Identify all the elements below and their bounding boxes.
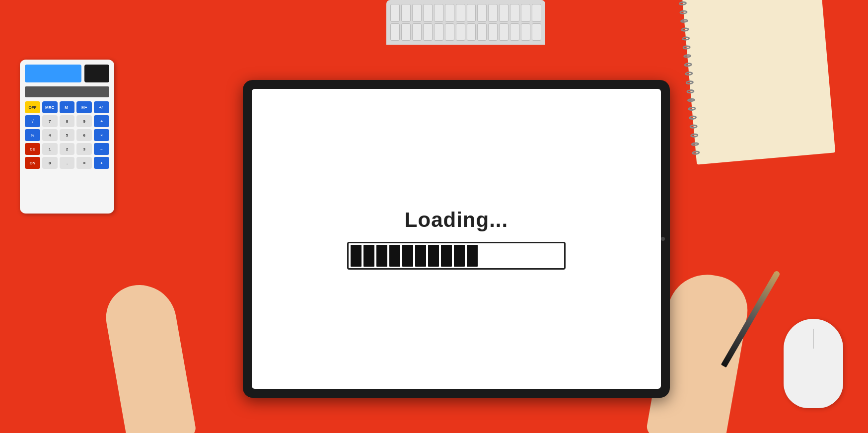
calc-btn-m[interactable]: M-: [60, 101, 75, 113]
loading-text: Loading...: [405, 208, 508, 232]
keyboard-key: [412, 23, 422, 41]
calc-btn-4[interactable]: 4: [42, 129, 58, 141]
progress-segment: [428, 245, 439, 267]
keyboard-key: [521, 23, 530, 41]
spiral-ring: [682, 45, 691, 50]
keyboard-key: [434, 23, 443, 41]
calc-btn-9[interactable]: 9: [76, 115, 92, 127]
calc-btn-7[interactable]: 7: [42, 115, 58, 127]
progress-bar-container: [347, 242, 566, 270]
computer-mouse: [784, 319, 843, 408]
progress-segment: [363, 245, 374, 267]
keyboard-key: [532, 23, 541, 41]
progress-segment: [376, 245, 387, 267]
calc-btn-ce[interactable]: CE: [25, 143, 40, 155]
calc-btn-5[interactable]: 5: [60, 129, 75, 141]
calc-btn-6[interactable]: 6: [76, 129, 92, 141]
spiral-ring: [679, 10, 688, 14]
calc-btn-8[interactable]: 8: [60, 115, 75, 127]
spiral-ring: [681, 27, 689, 32]
keyboard-key: [390, 23, 400, 41]
spiral-ring: [682, 36, 690, 41]
progress-segment: [454, 245, 465, 267]
calc-btn-[interactable]: .: [60, 157, 75, 169]
calc-btn-3[interactable]: 3: [76, 143, 92, 155]
progress-segment: [389, 245, 400, 267]
calc-btn-m[interactable]: M+: [76, 101, 92, 113]
tablet-camera: [661, 237, 665, 241]
keyboard-key: [532, 4, 541, 22]
calc-btn-[interactable]: √: [25, 115, 40, 127]
keyboard-key: [412, 4, 422, 22]
progress-segment: [402, 245, 413, 267]
progress-segment: [351, 245, 362, 267]
keyboard-key: [521, 4, 530, 22]
calc-btn-[interactable]: −: [94, 143, 109, 155]
calc-btn-2[interactable]: 2: [60, 143, 75, 155]
calculator-screen: [25, 86, 109, 97]
calc-btn-[interactable]: ÷: [94, 115, 109, 127]
tablet-wrapper: Loading...: [144, 55, 769, 423]
keyboard-key: [401, 4, 411, 22]
keyboard-key: [499, 23, 508, 41]
keyboard-key: [477, 4, 487, 22]
calc-btn-[interactable]: =: [76, 157, 92, 169]
calc-btn-off[interactable]: OFF: [25, 101, 40, 113]
keyboard-key: [488, 23, 498, 41]
progress-bar-fill: [351, 245, 478, 266]
keyboard-key: [477, 23, 487, 41]
keyboard: [386, 0, 545, 45]
progress-segment: [415, 245, 426, 267]
progress-segment: [467, 245, 478, 267]
keyboard-key: [401, 23, 411, 41]
keyboard-key: [488, 4, 498, 22]
calc-btn-mrc[interactable]: MRC: [42, 101, 58, 113]
spiral-ring: [680, 19, 689, 23]
calculator: OFFMRCM-M++/-√789÷%456×CE123−ON0.=+: [20, 60, 114, 214]
calc-btn-[interactable]: +: [94, 157, 109, 169]
calculator-display: [25, 65, 109, 82]
spiral-ring: [679, 1, 687, 5]
calc-btn-[interactable]: ×: [94, 129, 109, 141]
keyboard-key: [445, 23, 454, 41]
tablet-screen: Loading...: [252, 89, 661, 389]
keyboard-key: [510, 23, 519, 41]
calculator-buttons: OFFMRCM-M++/-√789÷%456×CE123−ON0.=+: [25, 101, 109, 169]
mouse-divider: [813, 329, 814, 349]
tablet-device: Loading...: [243, 80, 670, 398]
keyboard-key: [445, 4, 454, 22]
calc-btn-0[interactable]: 0: [42, 157, 58, 169]
calculator-display-solar: [84, 65, 109, 82]
calc-btn-1[interactable]: 1: [42, 143, 58, 155]
calc-btn-[interactable]: %: [25, 129, 40, 141]
keyboard-key: [456, 23, 465, 41]
keyboard-key: [434, 4, 443, 22]
calculator-display-blue: [25, 65, 81, 82]
keyboard-key: [456, 4, 465, 22]
progress-segment: [441, 245, 452, 267]
keyboard-key: [467, 4, 476, 22]
calc-btn-[interactable]: +/-: [94, 101, 109, 113]
keyboard-key: [499, 4, 508, 22]
keyboard-key: [510, 4, 519, 22]
keyboard-key: [423, 4, 433, 22]
keyboard-key: [390, 4, 400, 22]
keyboard-key: [423, 23, 433, 41]
calc-btn-on[interactable]: ON: [25, 157, 40, 169]
keyboard-key: [467, 23, 476, 41]
